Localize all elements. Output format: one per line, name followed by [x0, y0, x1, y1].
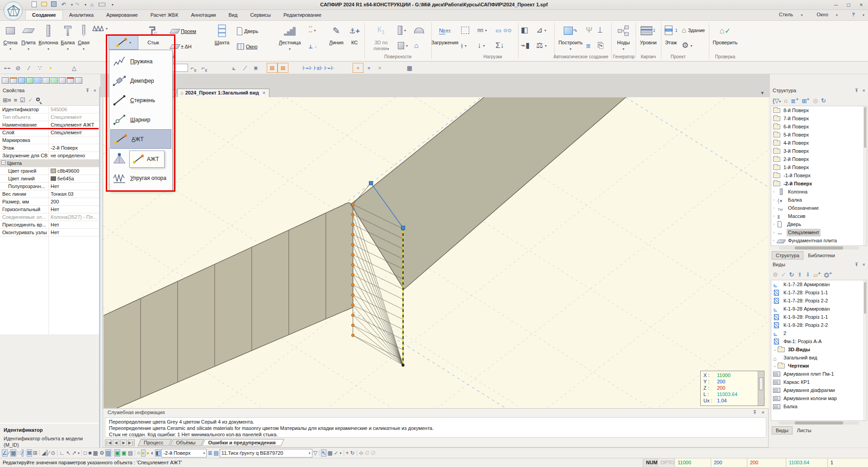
m-span-1-icon[interactable]: ⊦⌁⊦	[302, 63, 313, 73]
joint-button[interactable]: Стык	[142, 22, 165, 46]
project-settings-icon[interactable]: ⚙▾	[682, 39, 692, 52]
levels-button[interactable]: ↧Уровни	[637, 22, 659, 46]
minimize-button[interactable]: ─	[830, 1, 842, 9]
property-row[interactable]: − Соединяемые эл... Колона(3527) - Пл...	[0, 213, 99, 221]
cube-red-icon[interactable]	[67, 77, 74, 84]
property-row[interactable]: − Вес линии Тонкая 03	[0, 190, 99, 198]
cone-icon[interactable]: △	[69, 63, 80, 73]
rotate-view-icon[interactable]: ↻	[350, 449, 355, 457]
ks-button[interactable]: ⚓+КС	[347, 22, 362, 46]
style-menu[interactable]: Стиль ▾	[773, 12, 802, 17]
property-row[interactable]: − Идентификатор 545006	[0, 106, 99, 113]
structure-tree-item[interactable]: › Массив	[771, 212, 867, 220]
pin-icon[interactable]: Ŧ	[855, 262, 858, 267]
close-panel-icon[interactable]: ×	[863, 262, 865, 267]
property-row[interactable]: − Тип объекта Спецэлемент	[0, 113, 99, 121]
snap-grid-icon[interactable]: ▦	[10, 449, 16, 457]
add-folder-icon[interactable]: ▱+	[813, 270, 821, 278]
tab-close-icon[interactable]: ×	[263, 90, 265, 95]
property-row[interactable]: − Маркировка	[0, 137, 99, 144]
nodes-button[interactable]: Ноды▾	[613, 22, 634, 51]
info-tab[interactable]: Ошибки и предупреждения	[203, 439, 283, 446]
slab-button[interactable]: Плита▾	[20, 22, 37, 51]
analytic-view-icon[interactable]: ▣	[114, 449, 120, 457]
nav-first-icon[interactable]: ❘◀	[105, 439, 112, 446]
property-row[interactable]: − Наименование Спецэлемент АЖТ	[0, 121, 99, 129]
cube-wire-icon[interactable]	[2, 77, 9, 84]
light-object-icon[interactable]: ◐	[151, 449, 155, 457]
opening-button[interactable]: Проем	[171, 24, 196, 38]
display-shaded-icon[interactable]: ▩	[93, 449, 99, 457]
draw-circle-icon[interactable]: ⊙	[50, 449, 56, 457]
help-menu[interactable]: ? ▾	[845, 12, 864, 17]
perpendicular-icon[interactable]: ∟	[59, 449, 65, 457]
view-settings-icon[interactable]: ⚙	[773, 271, 778, 278]
search-binoculars-icon[interactable]: ◎	[813, 97, 818, 104]
close-panel-icon[interactable]: ×	[762, 410, 764, 415]
xbox-2-icon[interactable]: ⊠	[278, 63, 288, 73]
add-camera-icon[interactable]: ⏣+	[824, 270, 832, 278]
snap-node-icon[interactable]: ∠	[2, 449, 8, 457]
quick-access-caret-icon[interactable]: ▾	[108, 1, 117, 9]
snap-points-icon[interactable]: ∷	[17, 449, 21, 457]
views-tree-item[interactable]: ⌄ К-1-7-28: Розріз 2-2	[771, 297, 867, 305]
add-model-icon[interactable]: ≣+	[791, 96, 798, 104]
stairs-button[interactable]: Лестница▾	[276, 22, 304, 51]
axis-zx-icon[interactable]: ⌐x	[188, 63, 199, 73]
views-hscrollbar[interactable]	[779, 421, 859, 425]
views-tree-item[interactable]: ⌄ Балка	[771, 402, 867, 410]
property-row[interactable]: − Цвет линий 6e645a	[0, 175, 99, 183]
views-tree-item[interactable]: ⌄ Армування діафрагми	[771, 386, 867, 394]
node-yellow-icon[interactable]: ▪	[45, 63, 56, 73]
cube-green-icon[interactable]	[51, 77, 58, 84]
move-up-icon[interactable]: ⬆	[797, 271, 802, 278]
view-apply-icon[interactable]: ✓	[781, 271, 786, 278]
add-blue-icon[interactable]: +	[363, 63, 374, 73]
cube-dash-icon[interactable]	[34, 77, 42, 84]
views-tree-item[interactable]: ⌄ К-1-9-28: Розріз 2-2	[771, 321, 867, 329]
menu-item[interactable]: Стержень	[109, 90, 172, 110]
structure-tree-item[interactable]: › Фундаментная плита	[771, 236, 867, 245]
clip-cube-icon[interactable]: ◧	[155, 449, 161, 457]
ribbon-tab[interactable]: Вид	[222, 10, 244, 19]
maximize-button[interactable]: □	[843, 1, 854, 9]
filter-load-icon[interactable]: ▽	[313, 449, 318, 457]
cube-gray-icon[interactable]	[75, 77, 82, 84]
light-off-icon[interactable]: ○	[137, 449, 141, 457]
structure-tree-item[interactable]: › Балка	[771, 196, 867, 204]
slope-icon[interactable]: ◢	[41, 449, 46, 457]
doc-copy-icon[interactable]: ⎘	[598, 39, 604, 52]
light-on-icon[interactable]: ●	[141, 449, 145, 457]
door-button[interactable]: Дверь	[237, 24, 258, 38]
joint-mode-icon[interactable]: ⌁⌁	[2, 63, 13, 73]
display-solid-icon[interactable]: ■	[88, 449, 92, 457]
apply-caret-icon[interactable]: ▾	[340, 451, 342, 456]
lock-geometry-icon[interactable]: ⊠	[27, 449, 32, 457]
coord-scrollbar[interactable]	[758, 371, 764, 406]
angle-field[interactable]	[47, 450, 47, 456]
remove-icon[interactable]: ×	[374, 63, 385, 73]
angle-multi-icon[interactable]: ⋇	[250, 63, 261, 73]
ribbon-tab[interactable]: Создание	[25, 10, 63, 19]
property-row[interactable]: − Оконтуривать узлы Нет	[0, 229, 99, 236]
point-pair-icon[interactable]: ∵	[34, 63, 45, 73]
ribbon-tab[interactable]: Расчет ЖБК	[144, 10, 185, 19]
open-file-icon[interactable]	[40, 1, 48, 9]
structure-tree-item[interactable]: › -2-й Поверх	[771, 179, 867, 188]
num-indicator[interactable]: NUM	[643, 458, 657, 467]
display-dashed-icon[interactable]: ▨	[105, 449, 111, 457]
cube-top-icon[interactable]	[10, 77, 17, 84]
search-icon[interactable]	[36, 97, 42, 104]
close-button[interactable]: ×	[855, 1, 867, 9]
info-tab[interactable]: Объёмы	[171, 439, 203, 446]
views-tree-item[interactable]: ⌄ Загальний вид	[771, 354, 867, 362]
new-file-icon[interactable]	[30, 1, 38, 9]
structure-tree-item[interactable]: › 2-й Поверх	[771, 155, 867, 163]
view-refresh-icon[interactable]: ↻	[789, 271, 794, 278]
pan-icon[interactable]: +	[345, 449, 349, 457]
panel-tab[interactable]: Библиотеки	[804, 252, 839, 259]
table-icon[interactable]: ▦	[404, 63, 415, 73]
undo-icon[interactable]: ↶	[60, 1, 68, 9]
diag-line-icon[interactable]: ∕	[24, 63, 34, 73]
floors-stack-icon[interactable]: ≣	[586, 39, 591, 52]
